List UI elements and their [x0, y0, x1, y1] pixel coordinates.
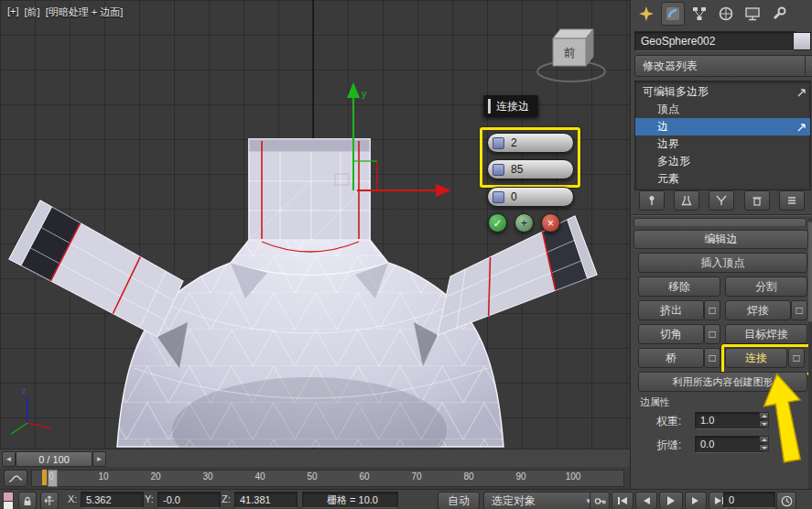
- weld-settings-button[interactable]: □: [791, 300, 807, 320]
- selection-lock-button[interactable]: [18, 492, 37, 509]
- hierarchy-icon: [691, 5, 708, 22]
- mini-listener[interactable]: [3, 492, 14, 508]
- key-icon: [594, 495, 606, 507]
- bridge-settings-button[interactable]: □: [704, 348, 720, 368]
- chamfer-button[interactable]: 切角: [638, 324, 704, 344]
- grid-size-display: 栅格 = 10.0: [302, 492, 398, 508]
- tick-70: 70: [406, 471, 427, 482]
- time-slider-handle[interactable]: 0 / 100: [16, 451, 92, 467]
- selection-set-dropdown[interactable]: 选定对象 ▼: [483, 492, 597, 509]
- remove-modifier-button[interactable]: [744, 190, 770, 211]
- tick-60: 60: [354, 471, 374, 482]
- rollout-selection-clipped[interactable]: [633, 218, 807, 226]
- chamfer-settings-button[interactable]: □: [704, 324, 720, 344]
- viewport-menu-shading[interactable]: [明暗处理 + 边面]: [46, 5, 124, 19]
- gizmo-y-arrowhead: [347, 82, 360, 98]
- trash-icon: [752, 195, 763, 206]
- bridge-button[interactable]: 桥: [638, 348, 704, 368]
- stack-pin-icon: [797, 123, 807, 132]
- stack-row-vertex[interactable]: 顶点: [635, 101, 810, 118]
- caddy-title[interactable]: 连接边: [483, 95, 538, 117]
- play-button[interactable]: [659, 492, 683, 509]
- caddy-cancel-button[interactable]: ×: [541, 213, 560, 233]
- command-panel-tabs: [633, 2, 812, 27]
- pin-stack-button[interactable]: [639, 190, 665, 211]
- configure-modifier-sets-button[interactable]: [779, 190, 805, 211]
- absolute-offset-toggle[interactable]: [40, 492, 59, 509]
- mini-curve-editor-button[interactable]: [4, 470, 27, 487]
- stack-row-polygon[interactable]: 多边形: [635, 153, 810, 170]
- stack-row-editable-poly[interactable]: 可编辑多边形: [635, 83, 810, 101]
- viewport-menu-general[interactable]: [+]: [7, 5, 19, 19]
- target-weld-button[interactable]: 目标焊接: [725, 324, 807, 344]
- caddy-slide-field[interactable]: 0: [487, 187, 574, 207]
- caddy-slide-value: 0: [511, 190, 517, 203]
- object-color-swatch[interactable]: [793, 32, 811, 50]
- x-coord-field[interactable]: 5.362: [81, 492, 144, 508]
- caddy-segments-field[interactable]: 2: [487, 133, 574, 153]
- z-coord-label: Z:: [222, 493, 231, 504]
- time-configuration-button[interactable]: [776, 492, 796, 509]
- show-end-result-button[interactable]: [674, 190, 699, 211]
- previous-frame-button[interactable]: [635, 492, 657, 509]
- curve-icon: [8, 474, 23, 483]
- modifier-list-dropdown[interactable]: 修改器列表 ▼: [634, 55, 812, 77]
- transform-gizmo[interactable]: y: [335, 82, 451, 197]
- y-coord-label: Y:: [145, 493, 154, 504]
- prev-frame-icon: [642, 496, 651, 505]
- caddy-pinch-field[interactable]: 85: [487, 159, 574, 179]
- viewport-menu-view[interactable]: [前]: [25, 5, 40, 19]
- tab-create[interactable]: [634, 2, 658, 26]
- transform-typein-icon: [44, 495, 55, 506]
- crease-field[interactable]: 0.0: [695, 436, 763, 453]
- insert-vertex-button[interactable]: 插入顶点: [638, 253, 807, 273]
- tick-40: 40: [250, 471, 270, 482]
- caddy-pinch-icon: [493, 164, 504, 176]
- edge-properties-group-label: 边属性: [640, 395, 670, 409]
- current-frame-field[interactable]: 0: [723, 492, 775, 508]
- utilities-icon: [771, 5, 787, 22]
- stack-row-border[interactable]: 边界: [635, 135, 810, 153]
- viewport-scene: y 前 z: [0, 0, 630, 449]
- stack-toolbar: [634, 190, 809, 211]
- play-icon: [666, 495, 676, 506]
- object-name-field[interactable]: GeoSphere002: [634, 31, 796, 51]
- time-slider-bar[interactable]: ◄ 0 / 100 ►: [0, 449, 630, 469]
- go-to-start-button[interactable]: [612, 492, 633, 509]
- crease-label: 折缝:: [656, 438, 681, 453]
- modifier-stack: 可编辑多边形 顶点 边 边界 多边形 元素: [634, 81, 811, 190]
- weight-field[interactable]: 1.0: [695, 412, 763, 429]
- remove-button[interactable]: 移除: [638, 276, 720, 297]
- modify-icon: [665, 5, 681, 22]
- time-slider-next-button[interactable]: ►: [92, 451, 106, 467]
- clock-icon: [781, 495, 793, 507]
- playback-controls: [612, 492, 731, 509]
- motion-icon: [718, 5, 734, 22]
- auto-key-button[interactable]: 自动: [438, 492, 480, 509]
- tab-hierarchy[interactable]: [687, 2, 711, 26]
- tab-motion[interactable]: [714, 2, 738, 26]
- y-coord-field[interactable]: -0.0: [157, 492, 221, 508]
- caddy-ok-button[interactable]: ✓: [488, 213, 507, 233]
- next-frame-button[interactable]: [685, 492, 707, 509]
- tab-utilities[interactable]: [767, 2, 791, 26]
- viewport-canvas[interactable]: y 前 z [+] [前] [明暗处理 + 边面]: [0, 0, 630, 449]
- make-unique-button[interactable]: [709, 190, 734, 211]
- z-coord-field[interactable]: 41.381: [234, 492, 298, 508]
- caddy-apply-button[interactable]: +: [514, 213, 534, 233]
- rollout-edit-edges-header[interactable]: 编辑边: [633, 230, 808, 249]
- track-bar-ruler[interactable]: [31, 470, 624, 487]
- track-bar[interactable]: 0 10 20 30 40 50 60 70 80 90 100: [0, 467, 630, 489]
- split-button[interactable]: 分割: [725, 276, 807, 297]
- scrollbar-thumb[interactable]: [808, 222, 812, 322]
- set-key-button[interactable]: [590, 492, 610, 509]
- stack-row-element[interactable]: 元素: [635, 170, 810, 188]
- tab-modify[interactable]: [661, 2, 685, 26]
- time-slider-prev-button[interactable]: ◄: [2, 451, 16, 467]
- stack-row-edge[interactable]: 边: [635, 118, 810, 135]
- extrude-button[interactable]: 挤出: [638, 300, 704, 320]
- weld-button[interactable]: 焊接: [725, 300, 791, 320]
- viewcube[interactable]: 前: [537, 29, 605, 81]
- extrude-settings-button[interactable]: □: [704, 300, 720, 320]
- tab-display[interactable]: [741, 2, 764, 26]
